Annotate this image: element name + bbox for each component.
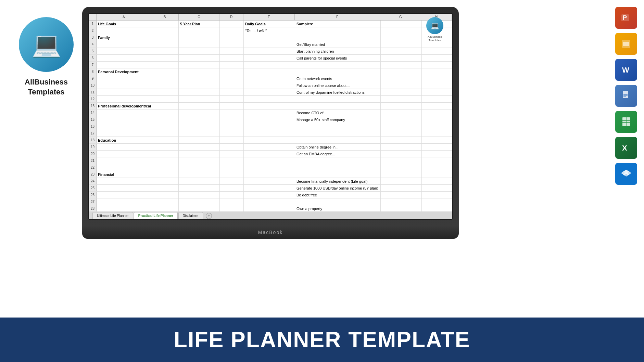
cell-21b [151, 157, 179, 164]
tab-ultimate-life-planner[interactable]: Ultimate Life Planner [92, 212, 133, 219]
row-num-8: 8 [89, 68, 97, 75]
table-row: 13 Professional development/career [89, 103, 452, 109]
cell-8c [179, 68, 220, 75]
row-num-19: 19 [89, 144, 97, 150]
laptop-container: 💻 AllBusinessTemplates A B C D [82, 7, 459, 240]
badge-circle: 💻 [426, 17, 443, 34]
cell-12c [179, 96, 220, 102]
google-sheets-icon[interactable] [615, 111, 637, 133]
cell-10a [97, 82, 151, 89]
cell-14h [422, 109, 452, 116]
cell-1g [381, 21, 422, 27]
cell-27d [220, 198, 244, 205]
cell-18g [381, 137, 422, 143]
col-header-rownum [89, 14, 97, 20]
cell-16d [220, 123, 244, 130]
tab-disclaimer[interactable]: Disclaimer [178, 212, 203, 219]
google-docs-icon[interactable] [615, 85, 637, 107]
google-slides-icon[interactable] [615, 33, 637, 55]
table-row: 22 [89, 164, 452, 171]
cell-25h [422, 185, 452, 191]
cell-20d [220, 151, 244, 157]
table-row: 6 Call parents for special events [89, 55, 452, 62]
row-num-13: 13 [89, 103, 97, 109]
cell-19d [220, 144, 244, 150]
add-sheet-button[interactable]: + [206, 213, 212, 219]
word-icon[interactable]: W [615, 59, 637, 81]
cell-20b [151, 151, 179, 157]
cell-23g [381, 171, 422, 178]
table-row: 18 Education [89, 137, 452, 144]
spreadsheet-wrapper: 💻 AllBusinessTemplates A B C D [89, 14, 452, 219]
cell-12d [220, 96, 244, 102]
cell-15h [422, 116, 452, 123]
cell-15d [220, 116, 244, 123]
cell-24h [422, 178, 452, 184]
row-num-28: 28 [89, 205, 97, 211]
cell-23h [422, 171, 452, 178]
cell-8f [295, 68, 381, 75]
laptop-base: MacBook [82, 226, 459, 239]
cell-17e [244, 130, 295, 137]
col-header-g: G [380, 14, 421, 20]
row-num-3: 3 [89, 34, 97, 41]
cell-28b [151, 205, 179, 211]
cell-2f [295, 27, 381, 34]
dropbox-icon[interactable] [615, 163, 637, 185]
cell-3g [381, 34, 422, 41]
col-headers: A B C D E F G H [89, 14, 452, 21]
tab-practical-life-planner[interactable]: Practical Life Planner [134, 212, 178, 219]
cell-28e [244, 205, 295, 211]
excel-icon[interactable]: X [615, 137, 637, 159]
cell-9f: Go to network events [295, 75, 381, 82]
cell-17d [220, 130, 244, 137]
cell-23b [151, 171, 179, 178]
table-row: 15 Manage a 50+ staff company [89, 116, 452, 123]
cell-8h [422, 68, 452, 75]
cell-13e [244, 103, 295, 109]
cell-13b [151, 103, 179, 109]
table-row: 14 Become CTO of... [89, 109, 452, 116]
cell-2d [220, 27, 244, 34]
cell-22b [151, 164, 179, 171]
cell-6c [179, 55, 220, 61]
spreadsheet-body: 1 Life Goals 5 Year Plan Daily Goals Sam… [89, 21, 452, 211]
cell-3e [244, 34, 295, 41]
right-app-icons: P W [615, 7, 637, 185]
cell-21a [97, 157, 151, 164]
cell-19c [179, 144, 220, 150]
cell-7c [179, 62, 220, 68]
cell-9g [381, 75, 422, 82]
cell-14a [97, 109, 151, 116]
cell-20f: Get an EMBA degree... [295, 151, 381, 157]
cell-23a: Financial [97, 171, 151, 178]
cell-2b [151, 27, 179, 34]
cell-22a [97, 164, 151, 171]
cell-8e [244, 68, 295, 75]
cell-5a [97, 48, 151, 54]
cell-27g [381, 198, 422, 205]
cell-22c [179, 164, 220, 171]
cell-25g [381, 185, 422, 191]
cell-23f [295, 171, 381, 178]
cell-28c [179, 205, 220, 211]
cell-4a [97, 41, 151, 48]
cell-13g [381, 103, 422, 109]
laptop-screen: 💻 AllBusinessTemplates A B C D [88, 13, 453, 220]
row-num-17: 17 [89, 130, 97, 137]
cell-26d [220, 192, 244, 198]
svg-text:P: P [623, 14, 627, 21]
cell-25a [97, 185, 151, 191]
cell-22h [422, 164, 452, 171]
cell-16a [97, 123, 151, 130]
cell-27b [151, 198, 179, 205]
cell-13h [422, 103, 452, 109]
table-row: 26 Be debt free [89, 192, 452, 198]
cell-27f [295, 198, 381, 205]
cell-21d [220, 157, 244, 164]
table-row: 11 Control my dopamine fuelled distracti… [89, 89, 452, 96]
cell-26f: Be debt free [295, 192, 381, 198]
cell-7e [244, 62, 295, 68]
cell-16b [151, 123, 179, 130]
powerpoint-icon[interactable]: P [615, 7, 637, 29]
